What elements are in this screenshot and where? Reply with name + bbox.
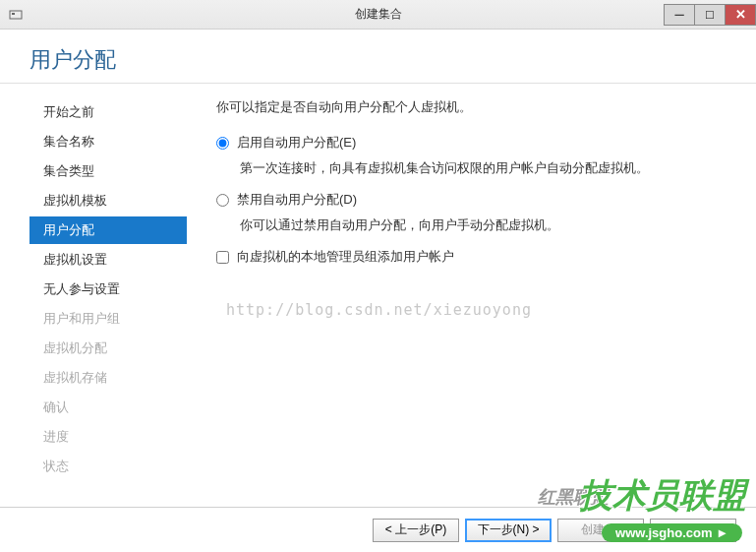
wizard-footer: < 上一步(P) 下一步(N) > 创建(C) 取消 bbox=[0, 507, 756, 552]
wizard-sidebar: 开始之前集合名称集合类型虚拟机模板用户分配虚拟机设置无人参与设置用户和用户组虚拟… bbox=[0, 84, 187, 536]
titlebar: 创建集合 ─ □ ✕ bbox=[0, 0, 756, 30]
panel-description: 你可以指定是否自动向用户分配个人虚拟机。 bbox=[216, 98, 727, 116]
prev-button[interactable]: < 上一步(P) bbox=[373, 519, 459, 542]
app-icon bbox=[8, 7, 24, 23]
sidebar-item-2[interactable]: 集合类型 bbox=[29, 157, 187, 185]
checkbox-add-admin[interactable] bbox=[216, 251, 229, 264]
radio-disable-label: 禁用自动用户分配(D) bbox=[237, 191, 357, 209]
sidebar-item-0[interactable]: 开始之前 bbox=[29, 98, 187, 126]
radio-enable-auto[interactable] bbox=[216, 137, 229, 150]
sidebar-item-8: 虚拟机分配 bbox=[29, 335, 187, 362]
checkbox-label: 向虚拟机的本地管理员组添加用户帐户 bbox=[237, 248, 454, 266]
checkbox-option[interactable]: 向虚拟机的本地管理员组添加用户帐户 bbox=[216, 248, 727, 266]
close-button[interactable]: ✕ bbox=[725, 4, 756, 26]
radio-enable-label: 启用自动用户分配(E) bbox=[237, 134, 356, 152]
svg-rect-0 bbox=[10, 11, 22, 19]
sidebar-item-5[interactable]: 虚拟机设置 bbox=[29, 246, 187, 274]
content-area: 开始之前集合名称集合类型虚拟机模板用户分配虚拟机设置无人参与设置用户和用户组虚拟… bbox=[0, 84, 756, 536]
radio-disable-desc: 你可以通过禁用自动用户分配，向用户手动分配虚拟机。 bbox=[240, 216, 727, 234]
window-title: 创建集合 bbox=[355, 6, 402, 23]
sidebar-item-11: 进度 bbox=[29, 423, 187, 451]
svg-rect-1 bbox=[12, 13, 15, 15]
watermark-text: http://blog.csdn.net/xiezuoyong bbox=[226, 301, 727, 319]
sidebar-item-10: 确认 bbox=[29, 394, 187, 421]
sidebar-item-1[interactable]: 集合名称 bbox=[29, 128, 187, 155]
sidebar-item-12: 状态 bbox=[29, 453, 187, 480]
create-button: 创建(C) bbox=[557, 519, 644, 542]
sidebar-item-4[interactable]: 用户分配 bbox=[29, 216, 187, 244]
sidebar-item-3[interactable]: 虚拟机模板 bbox=[29, 187, 187, 215]
page-title: 用户分配 bbox=[29, 45, 727, 75]
radio-option-disable[interactable]: 禁用自动用户分配(D) bbox=[216, 191, 727, 209]
radio-option-enable[interactable]: 启用自动用户分配(E) bbox=[216, 134, 727, 152]
radio-enable-desc: 第一次连接时，向具有虚拟机集合访问权限的用户帐户自动分配虚拟机。 bbox=[240, 159, 727, 177]
maximize-button[interactable]: □ bbox=[694, 4, 726, 26]
minimize-button[interactable]: ─ bbox=[664, 4, 695, 26]
sidebar-item-6[interactable]: 无人参与设置 bbox=[29, 276, 187, 303]
window-controls: ─ □ ✕ bbox=[665, 4, 756, 26]
cancel-button[interactable]: 取消 bbox=[650, 519, 736, 542]
next-button[interactable]: 下一步(N) > bbox=[465, 519, 552, 542]
radio-disable-auto[interactable] bbox=[216, 194, 229, 207]
main-panel: 你可以指定是否自动向用户分配个人虚拟机。 启用自动用户分配(E) 第一次连接时，… bbox=[187, 84, 756, 536]
sidebar-item-9: 虚拟机存储 bbox=[29, 364, 187, 392]
sidebar-item-7: 用户和用户组 bbox=[29, 305, 187, 333]
page-header: 用户分配 bbox=[0, 30, 756, 84]
